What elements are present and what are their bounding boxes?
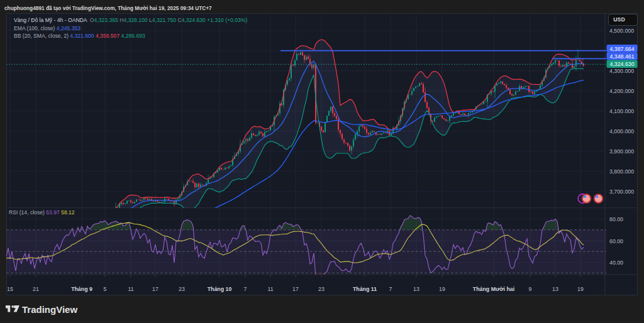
- svg-text:23: 23: [318, 286, 325, 292]
- svg-text:4,324.630: 4,324.630: [609, 61, 634, 67]
- svg-text:15: 15: [7, 286, 13, 292]
- svg-text:19: 19: [439, 286, 445, 292]
- svg-text:Tháng 11: Tháng 11: [353, 286, 377, 292]
- svg-text:21: 21: [33, 286, 39, 292]
- svg-text:19: 19: [577, 286, 584, 292]
- svg-text:Tháng 9: Tháng 9: [71, 286, 92, 292]
- svg-text:Tháng 10: Tháng 10: [208, 286, 232, 292]
- svg-text:7: 7: [244, 286, 247, 292]
- svg-text:7: 7: [389, 286, 392, 292]
- svg-text:11: 11: [267, 286, 273, 292]
- svg-text:4,348.461: 4,348.461: [609, 53, 634, 60]
- svg-text:40.00: 40.00: [609, 260, 623, 266]
- svg-text:4,500.000: 4,500.000: [609, 28, 634, 34]
- svg-text:4,100.000: 4,100.000: [609, 108, 634, 114]
- svg-text:80.00: 80.00: [609, 216, 623, 222]
- svg-text:23: 23: [179, 286, 185, 292]
- svg-text:4,200.000: 4,200.000: [609, 88, 634, 94]
- svg-text:4,000.000: 4,000.000: [609, 128, 634, 134]
- svg-text:9: 9: [529, 286, 532, 292]
- svg-text:5: 5: [104, 286, 107, 292]
- svg-text:Tháng Mười hai: Tháng Mười hai: [473, 286, 514, 292]
- svg-text:11: 11: [128, 286, 133, 292]
- svg-text:17: 17: [152, 286, 158, 292]
- svg-text:3,800.000: 3,800.000: [609, 168, 634, 175]
- svg-text:4,300.000: 4,300.000: [609, 68, 634, 74]
- svg-text:4,387.664: 4,387.664: [609, 46, 634, 52]
- svg-text:13: 13: [552, 286, 558, 292]
- svg-text:3,900.000: 3,900.000: [609, 148, 634, 155]
- svg-text:13: 13: [413, 286, 419, 292]
- svg-text:17: 17: [292, 286, 299, 292]
- svg-text:60.00: 60.00: [609, 238, 623, 244]
- svg-text:3,700.000: 3,700.000: [609, 189, 634, 195]
